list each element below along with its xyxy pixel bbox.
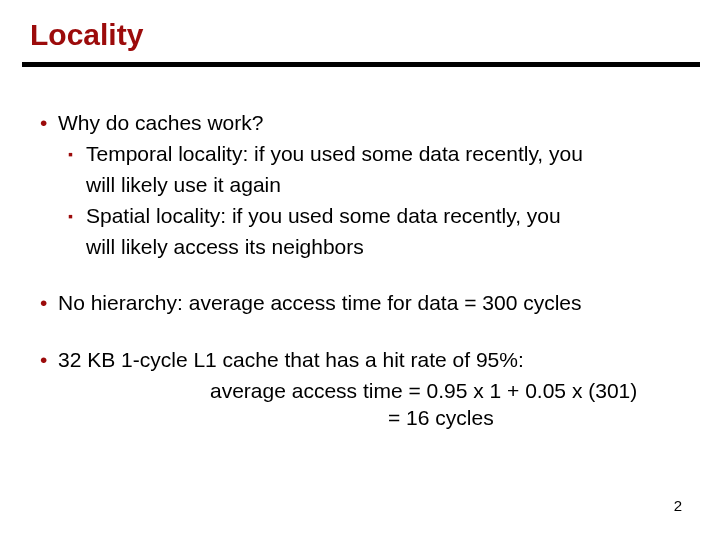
calc-line-2-text: = 16 cycles — [388, 406, 494, 429]
bullet-1b: ▪Spatial locality: if you used some data… — [40, 203, 680, 230]
slide-title: Locality — [30, 18, 143, 52]
bullet-1a-text: Temporal locality: if you used some data… — [86, 142, 583, 165]
bullet-1a-cont: will likely use it again — [40, 172, 680, 199]
bullet-3-calc1: average access time = 0.95 x 1 + 0.05 x … — [40, 378, 680, 405]
bullet-1b-cont-text: will likely access its neighbors — [86, 235, 364, 258]
bullet-1a-cont-text: will likely use it again — [86, 173, 281, 196]
slide-content: •Why do caches work? ▪Temporal locality:… — [40, 110, 680, 432]
bullet-dot-icon: • — [40, 110, 58, 137]
bullet-square-icon: ▪ — [68, 208, 86, 226]
bullet-3: •32 KB 1-cycle L1 cache that has a hit r… — [40, 347, 680, 374]
bullet-1b-text: Spatial locality: if you used some data … — [86, 204, 561, 227]
calc-line-1-text: average access time = 0.95 x 1 + 0.05 x … — [210, 379, 637, 402]
bullet-2: •No hierarchy: average access time for d… — [40, 290, 680, 317]
bullet-1a: ▪Temporal locality: if you used some dat… — [40, 141, 680, 168]
bullet-square-icon: ▪ — [68, 146, 86, 164]
slide: Locality •Why do caches work? ▪Temporal … — [0, 0, 720, 540]
title-underline — [22, 62, 700, 67]
bullet-1-text: Why do caches work? — [58, 111, 263, 134]
bullet-2-text: No hierarchy: average access time for da… — [58, 291, 582, 314]
bullet-1: •Why do caches work? — [40, 110, 680, 137]
bullet-1b-cont: will likely access its neighbors — [40, 234, 680, 261]
bullet-3-text: 32 KB 1-cycle L1 cache that has a hit ra… — [58, 348, 524, 371]
bullet-dot-icon: • — [40, 290, 58, 317]
page-number: 2 — [674, 497, 682, 514]
bullet-dot-icon: • — [40, 347, 58, 374]
bullet-3-calc2: = 16 cycles — [40, 405, 680, 432]
